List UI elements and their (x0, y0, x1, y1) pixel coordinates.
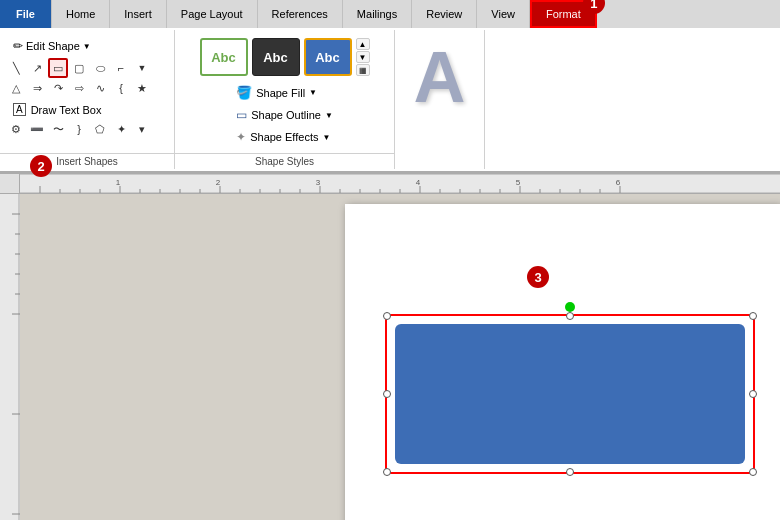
shape-format-options: 🪣 Shape Fill ▼ ▭ Shape Outline ▼ ✦ Shape… (225, 78, 344, 151)
style-scroll-expand[interactable]: ▦ (356, 64, 370, 76)
svg-text:6: 6 (616, 178, 621, 187)
shape-tri-btn[interactable]: △ (6, 78, 26, 98)
shape-outline-button[interactable]: ▭ Shape Outline ▼ (231, 105, 338, 125)
style-scroll-down[interactable]: ▼ (356, 51, 370, 63)
shape-effects-button[interactable]: ✦ Shape Effects ▼ (231, 127, 338, 147)
tab-view[interactable]: View (477, 0, 530, 28)
shape-callout-btn[interactable]: ⇨ (69, 78, 89, 98)
vertical-ruler: 1 2 3 (0, 194, 20, 520)
shape-down-arrow-btn[interactable]: ▾ (132, 119, 152, 139)
handle-bl[interactable] (383, 468, 391, 476)
style-swatch-1[interactable]: Abc (200, 38, 248, 76)
edit-shape-button[interactable]: ✏ Edit Shape ▼ (6, 36, 98, 56)
handle-tm[interactable] (566, 312, 574, 320)
shape-fill-button[interactable]: 🪣 Shape Fill ▼ (231, 82, 338, 103)
shape-effects-icon: ✦ (236, 130, 246, 144)
insert-shapes-group: ✏ Edit Shape ▼ ╲ ↗ ▭ ▢ ⬭ ⌐ ▼ (0, 30, 175, 169)
tab-file[interactable]: File (0, 0, 52, 28)
tab-home[interactable]: Home (52, 0, 110, 28)
shape-scroll-down-btn[interactable]: ▼ (132, 58, 152, 78)
shape-effects-dropdown-icon: ▼ (322, 133, 330, 142)
shape-squiggle-btn[interactable]: 〜 (48, 119, 68, 139)
shape-arrow-btn[interactable]: ↗ (27, 58, 47, 78)
shape-outline-icon: ▭ (236, 108, 247, 122)
doc-area: 1 2 3 (0, 194, 780, 520)
style-scroll-up[interactable]: ▲ (356, 38, 370, 50)
edit-shape-dropdown-icon: ▼ (83, 42, 91, 51)
shape-star2-btn[interactable]: ✦ (111, 119, 131, 139)
svg-text:2: 2 (216, 178, 221, 187)
blue-rectangle-shape[interactable] (395, 324, 745, 464)
handle-mr[interactable] (749, 390, 757, 398)
tab-format[interactable]: Format 1 (530, 0, 597, 28)
shape-rt-arrow-btn[interactable]: ⇒ (27, 78, 47, 98)
svg-text:1: 1 (116, 178, 121, 187)
wordart-preview: A (410, 32, 470, 122)
annotation-1: 1 (583, 0, 605, 14)
tab-insert[interactable]: Insert (110, 0, 167, 28)
handle-tr[interactable] (749, 312, 757, 320)
horizontal-ruler-row: 1 2 3 (0, 174, 780, 194)
tab-bar: File Home Insert Page Layout References … (0, 0, 780, 28)
shape-brace-btn[interactable]: ⌐ (111, 58, 131, 78)
svg-text:5: 5 (516, 178, 521, 187)
ribbon: File Home Insert Page Layout References … (0, 0, 780, 174)
tab-review[interactable]: Review (412, 0, 477, 28)
shape-star-btn[interactable]: ★ (132, 78, 152, 98)
wordart-group: A (395, 30, 485, 169)
shape-oval-btn[interactable]: ⬭ (90, 58, 110, 78)
left-page-margin (40, 204, 345, 520)
document-container: 1 2 3 (0, 174, 780, 520)
insert-shapes-label: Insert Shapes (0, 153, 174, 167)
style-swatch-3[interactable]: Abc (304, 38, 352, 76)
ribbon-content-area: ✏ Edit Shape ▼ ╲ ↗ ▭ ▢ ⬭ ⌐ ▼ (0, 28, 780, 173)
shape-styles-group: Abc Abc Abc ▲ ▼ ▦ 🪣 (175, 30, 395, 169)
shape-styles-label: Shape Styles (175, 153, 394, 167)
wordart-letter: A (414, 36, 466, 118)
shape-fill-dropdown-icon: ▼ (309, 88, 317, 97)
handle-bm[interactable] (566, 468, 574, 476)
workspace: 3 (20, 194, 780, 520)
handle-tl[interactable] (383, 312, 391, 320)
shape-arrow2-btn[interactable]: ↷ (48, 78, 68, 98)
tab-page-layout[interactable]: Page Layout (167, 0, 258, 28)
shape-gear-btn[interactable]: ⚙ (6, 119, 26, 139)
tab-mailings[interactable]: Mailings (343, 0, 412, 28)
handle-ml[interactable] (383, 390, 391, 398)
horizontal-ruler: 1 2 3 (20, 174, 780, 193)
ruler-corner (0, 174, 20, 194)
shape-line-btn[interactable]: ╲ (6, 58, 26, 78)
style-scroll-controls: ▲ ▼ ▦ (356, 38, 370, 76)
shape-rounded-btn[interactable]: ▢ (69, 58, 89, 78)
annotation-3: 3 (527, 266, 549, 288)
draw-textbox-icon: A (13, 103, 26, 116)
shape-selection-border (385, 314, 755, 474)
shape-brace2-btn[interactable]: { (111, 78, 131, 98)
svg-rect-39 (0, 194, 20, 520)
handle-br[interactable] (749, 468, 757, 476)
shape-outline-dropdown-icon: ▼ (325, 111, 333, 120)
shape-brace3-btn[interactable]: } (69, 119, 89, 139)
shape-rotate-handle[interactable] (565, 302, 575, 312)
shape-pentagon-btn[interactable]: ⬠ (90, 119, 110, 139)
style-swatch-2[interactable]: Abc (252, 38, 300, 76)
tab-references[interactable]: References (258, 0, 343, 28)
draw-text-box-button[interactable]: A Draw Text Box (6, 100, 108, 119)
svg-text:4: 4 (416, 178, 421, 187)
vruler-svg: 1 2 3 (0, 194, 20, 520)
shape-wave-btn[interactable]: ∿ (90, 78, 110, 98)
edit-shape-icon: ✏ (13, 39, 23, 53)
ruler-svg: 1 2 3 (20, 174, 780, 193)
shape-fill-icon: 🪣 (236, 85, 252, 100)
annotation-2: 2 (30, 155, 52, 177)
svg-text:3: 3 (316, 178, 321, 187)
shape-minus-btn[interactable]: ➖ (27, 119, 47, 139)
page: 3 (345, 204, 780, 520)
shape-rect-btn[interactable]: ▭ (48, 58, 68, 78)
